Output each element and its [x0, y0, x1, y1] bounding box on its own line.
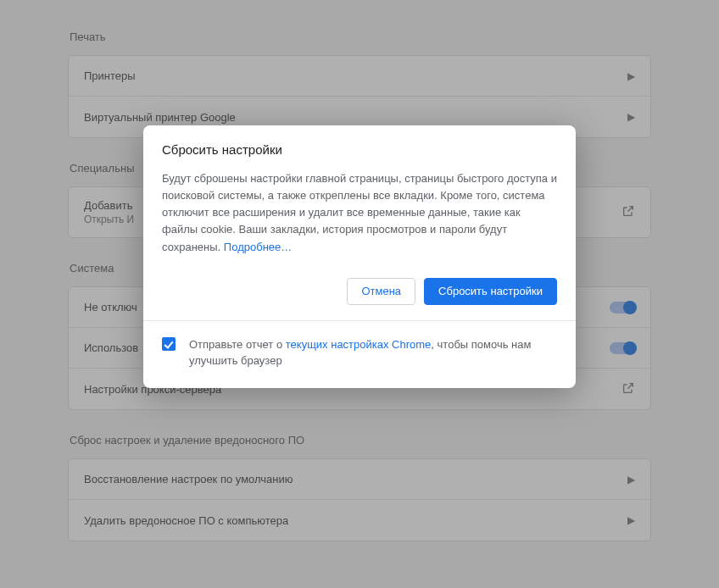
- dialog-body: Сбросить настройки Будут сброшены настро…: [143, 125, 576, 320]
- report-prefix: Отправьте отчет о: [189, 338, 286, 351]
- reset-confirm-button[interactable]: Сбросить настройки: [424, 278, 557, 305]
- report-text: Отправьте отчет о текущих настройках Chr…: [189, 336, 557, 369]
- send-report-checkbox[interactable]: [162, 337, 176, 351]
- cancel-button[interactable]: Отмена: [347, 278, 415, 305]
- dialog-text-main: Будут сброшены настройки главной страниц…: [162, 172, 557, 253]
- dialog-actions: Отмена Сбросить настройки: [162, 278, 557, 305]
- reset-settings-dialog: Сбросить настройки Будут сброшены настро…: [143, 125, 576, 388]
- dialog-title: Сбросить настройки: [162, 142, 557, 157]
- modal-overlay[interactable]: Сбросить настройки Будут сброшены настро…: [0, 0, 719, 588]
- dialog-description: Будут сброшены настройки главной страниц…: [162, 170, 557, 256]
- learn-more-link[interactable]: Подробнее…: [224, 241, 292, 253]
- report-settings-link[interactable]: текущих настройках Chrome: [286, 338, 432, 351]
- dialog-footer: Отправьте отчет о текущих настройках Chr…: [143, 320, 576, 388]
